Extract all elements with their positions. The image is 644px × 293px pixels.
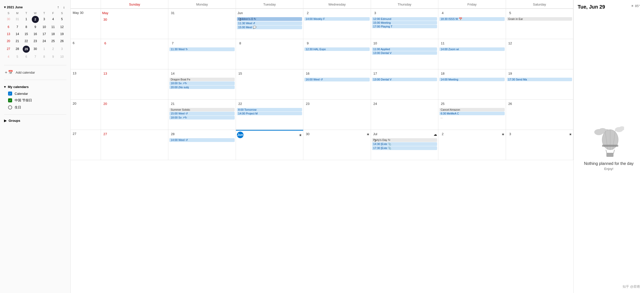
mini-cal-day[interactable]: 8 — [22, 24, 31, 31]
my-calendars-header[interactable]: ▾ My calendars — [0, 83, 70, 90]
add-calendar-button[interactable]: ＋📅 Add calendar — [0, 68, 70, 77]
day-cell[interactable]: 228:00 Tomorrow14:00 Project M — [236, 100, 303, 130]
mini-cal-day[interactable]: 27 — [4, 45, 13, 53]
calendar-event[interactable]: 16:00 Weel ↺ — [304, 78, 369, 81]
calendar-event[interactable]: 20:00 (No subj — [169, 85, 234, 89]
day-number[interactable]: 31 — [169, 10, 176, 16]
mini-cal-day[interactable]: 2 — [49, 45, 58, 53]
mini-cal-day[interactable]: 24 — [40, 38, 49, 45]
calendar-event[interactable]: Cancel Amazon — [439, 108, 504, 111]
mini-cal-day[interactable]: 6 — [4, 24, 13, 31]
mini-cal-title[interactable]: ▾ 2021 June — [4, 5, 23, 9]
mini-cal-day[interactable]: 10 — [58, 53, 66, 61]
day-cell[interactable]: 25Cancel Amazon6:30 MeMeA C... — [438, 100, 506, 130]
day-number[interactable]: 12 — [507, 40, 514, 47]
mini-cal-day[interactable]: 15 — [22, 31, 31, 38]
day-cell[interactable]: 1114:00 Zoom wi — [438, 39, 506, 69]
calendar-event[interactable]: 11:30 Weel ↺ — [237, 21, 302, 25]
calendar-event[interactable]: Children's D ↻ — [237, 17, 302, 21]
calendar-event[interactable]: 6:30 MeMeA C — [439, 112, 504, 115]
day-cell[interactable]: 6 — [101, 39, 168, 69]
calendar-event[interactable]: 18:30 ISSS W 📅 — [439, 17, 504, 21]
mini-cal-day[interactable]: 21 — [13, 38, 22, 45]
mini-cal-day[interactable]: 22 — [22, 38, 31, 45]
day-cell[interactable]: 1917:30 Send Ma — [506, 69, 573, 100]
calendar-event[interactable]: 11:00 Applied — [372, 47, 437, 51]
day-number[interactable]: 22 — [237, 101, 244, 107]
day-number[interactable]: 11 — [439, 40, 446, 47]
mini-cal-day[interactable]: 3 — [58, 45, 66, 53]
day-cell[interactable]: 24 — [371, 100, 438, 130]
day-number[interactable]: Jun 29 — [237, 132, 244, 138]
mini-cal-day[interactable]: 5 — [13, 53, 22, 61]
mini-cal-day[interactable]: 4 — [4, 53, 13, 61]
calendar-event[interactable]: Dragon Boat Fe — [169, 78, 234, 81]
day-cell[interactable]: 418:30 ISSS W 📅 — [438, 9, 506, 39]
mini-cal-day[interactable]: 28 — [13, 45, 22, 53]
mini-cal-day[interactable]: 12 — [58, 24, 66, 31]
calendar-item-birthday[interactable]: 生日 — [0, 104, 70, 111]
day-number[interactable]: 16 — [304, 70, 311, 77]
day-number[interactable]: 2 — [439, 131, 446, 137]
day-number[interactable]: 3 — [372, 10, 379, 16]
day-cell[interactable]: 312:00 Edmund15:00 Meeting17:00 Playing … — [371, 9, 438, 39]
mini-cal-day[interactable]: 2 — [31, 15, 40, 24]
mini-cal-day[interactable]: 13 — [4, 31, 13, 38]
mini-cal-day[interactable]: 29 — [22, 45, 31, 53]
calendar-event[interactable]: 17:30 Send Ma — [507, 78, 572, 81]
calendar-event[interactable]: 14:00 Weekly F — [304, 17, 369, 21]
mini-cal-day[interactable]: 14 — [13, 31, 22, 38]
day-cell[interactable]: 1616:00 Weel ↺ — [303, 69, 371, 100]
calendar-event[interactable]: 14:00 Project M — [237, 112, 302, 115]
day-cell[interactable]: 21Summer Solstic15:00 Weel ↺18:00 Sv ↗↻ — [168, 100, 236, 130]
calendar-event[interactable]: 18:00 Sv ↗↻ — [169, 116, 234, 120]
day-number[interactable]: 25 — [439, 101, 446, 107]
day-number[interactable]: Jul 1 — [372, 131, 379, 137]
day-number[interactable]: 27 — [102, 131, 109, 137]
day-number[interactable]: 9 — [304, 40, 311, 47]
day-number[interactable]: 20 — [102, 101, 109, 107]
day-number[interactable]: Jun 1 — [237, 10, 244, 16]
mini-cal-day[interactable]: 30 — [4, 15, 13, 24]
calendar-event[interactable]: 15:00 Weel ↺ — [169, 112, 234, 115]
day-cell[interactable]: 1713:00 Dental V — [371, 69, 438, 100]
day-number[interactable]: 4 — [439, 10, 446, 16]
mini-cal-next[interactable]: ↓ — [62, 5, 66, 10]
calendar-event[interactable]: 14:30 [Exte 📎 — [372, 142, 437, 146]
day-number[interactable]: 14 — [169, 70, 176, 77]
day-number[interactable]: 30 — [304, 131, 311, 137]
day-number[interactable]: 10 — [372, 40, 379, 47]
day-cell[interactable]: Jun 29☀ — [236, 130, 303, 160]
day-number[interactable]: 5 — [507, 10, 514, 16]
day-number[interactable]: 2 — [304, 10, 311, 16]
day-number[interactable]: 3 — [507, 131, 514, 137]
day-cell[interactable]: 2☀ — [438, 130, 506, 160]
calendar-event[interactable]: 12:30 HAL Expo — [304, 47, 369, 51]
day-cell[interactable]: Jun 1Children's D ↻11:30 Weel ↺15:00 Mee… — [236, 9, 303, 39]
day-number[interactable]: May 30 — [102, 10, 109, 16]
calendar-event[interactable]: 14:00 Zoom wi — [439, 47, 504, 51]
day-cell[interactable]: Jul 1☁Party's Day ↻14:30 [Exte 📎17:30 [E… — [371, 130, 438, 160]
calendar-event[interactable]: Party's Day ↻ — [372, 138, 437, 142]
calendar-checkbox-chinese-holidays[interactable]: ✓ — [8, 98, 12, 102]
mini-cal-day[interactable]: 5 — [58, 15, 66, 24]
day-cell[interactable]: May 30 — [101, 9, 168, 39]
day-number[interactable]: 17 — [372, 70, 379, 77]
calendar-event[interactable]: 13:00 Dental V — [372, 78, 437, 81]
calendar-item-calendar[interactable]: ✓ Calendar — [0, 90, 70, 97]
day-cell[interactable]: 20 — [101, 100, 168, 130]
mini-cal-day[interactable]: 26 — [58, 38, 66, 45]
day-number[interactable]: 6 — [102, 40, 109, 47]
mini-cal-day[interactable]: 8 — [40, 53, 49, 61]
day-cell[interactable]: 711:30 Weel ↻ — [168, 39, 236, 69]
day-cell[interactable]: 26 — [506, 100, 573, 130]
mini-cal-day[interactable]: 1 — [22, 15, 31, 24]
mini-cal-day[interactable]: 3 — [40, 15, 49, 24]
day-cell[interactable]: 23 — [303, 100, 371, 130]
day-number[interactable]: 13 — [102, 70, 109, 77]
mini-cal-day[interactable]: 7 — [31, 53, 40, 61]
day-number[interactable]: 8 — [237, 40, 244, 47]
day-cell[interactable]: 1011:00 Applied13:00 Dental V — [371, 39, 438, 69]
calendar-event[interactable]: 13:00 Dental V — [372, 51, 437, 55]
day-cell[interactable]: 12 — [506, 39, 573, 69]
